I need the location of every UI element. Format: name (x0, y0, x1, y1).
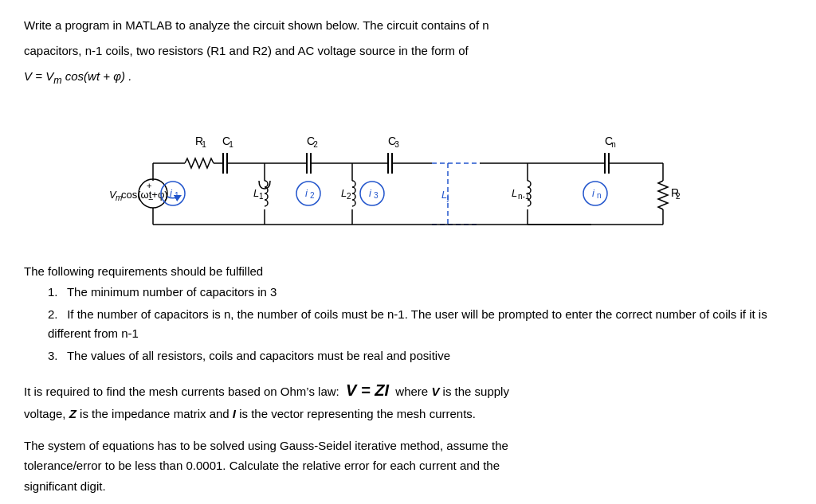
requirements-list: 1. The minimum number of capacitors in 3… (48, 283, 792, 365)
l1-coil (265, 181, 268, 206)
req-num-2: 2. (48, 305, 64, 324)
ohms-formula: V = ZI (346, 381, 389, 399)
c3-subscript: 3 (394, 140, 399, 149)
ohms-v-desc: is the supply (443, 385, 509, 398)
intro-line2: capacitors, n-1 coils, two resistors (R1… (24, 41, 792, 61)
ln1-label: L (512, 187, 517, 199)
l2-coil (352, 181, 355, 206)
svg-text:1: 1 (259, 192, 264, 201)
r1-resistor (185, 158, 214, 168)
requirements-title: The following requirements should be ful… (24, 264, 792, 278)
ohms-voltage-label: voltage, (24, 407, 69, 420)
svg-text:n: n (597, 191, 602, 200)
i2-circle (296, 182, 320, 205)
ohms-i-desc: is the vector representing the mesh curr… (239, 407, 476, 420)
gauss-line3: significant digit. (24, 479, 106, 493)
svg-text:n-1: n-1 (518, 192, 530, 201)
r1-subscript: 1 (202, 140, 206, 149)
ohms-law-section: It is required to find the mesh currents… (24, 377, 792, 424)
ohms-v: V (431, 385, 442, 398)
ohms-z: Z (69, 407, 76, 420)
req-num-1: 1. (48, 283, 64, 302)
svg-text:i: i (592, 187, 595, 199)
intro-formula: V = Vm cos(wt + φ) . (24, 67, 792, 88)
req-text-3: The values of all resistors, coils and c… (67, 349, 450, 362)
svg-text:2: 2 (347, 192, 351, 201)
gauss-line1: The system of equations has to be solved… (24, 439, 508, 452)
r2-subscript: 2 (676, 192, 681, 201)
req-text-1: The minimum number of capacitors in 3 (67, 285, 277, 299)
r2-resistor (658, 181, 668, 209)
req-item-2: 2. If the number of capacitors is n, the… (48, 305, 792, 343)
ohms-z-desc: is the impedance matrix and (80, 407, 233, 420)
svg-text:1: 1 (175, 191, 179, 200)
cn-subscript: n (611, 140, 616, 149)
svg-text:2: 2 (310, 191, 315, 200)
formula-v: V = Vm cos(wt + φ) . (24, 69, 131, 83)
ohms-where: where (395, 385, 428, 398)
svg-text:j: j (446, 193, 449, 202)
i3-circle (360, 182, 384, 205)
req-text-2: If the number of capacitors is n, the nu… (48, 307, 767, 340)
circuit-svg: .cblue { color: #2255cc; } text { font-f… (105, 101, 711, 248)
ohms-i: I (233, 407, 236, 420)
in-circle (583, 182, 607, 205)
c1-subscript: 1 (229, 140, 233, 149)
req-item-3: 3. The values of all resistors, coils an… (48, 346, 792, 365)
gauss-line2: tolerance/error to be less than 0.0001. … (24, 459, 500, 472)
c2-subscript: 2 (313, 140, 318, 149)
svg-text:i: i (369, 187, 372, 199)
req-num-3: 3. (48, 346, 64, 365)
svg-text:3: 3 (374, 191, 379, 200)
gauss-section: The system of equations has to be solved… (24, 436, 792, 497)
intro-line1: Write a program in MATLAB to analyze the… (24, 16, 792, 35)
ohms-text-before: It is required to find the mesh currents… (24, 385, 339, 398)
svg-text:i: i (305, 187, 308, 199)
circuit-diagram: .cblue { color: #2255cc; } text { font-f… (24, 101, 792, 248)
req-item-1: 1. The minimum number of capacitors in 3 (48, 283, 792, 302)
